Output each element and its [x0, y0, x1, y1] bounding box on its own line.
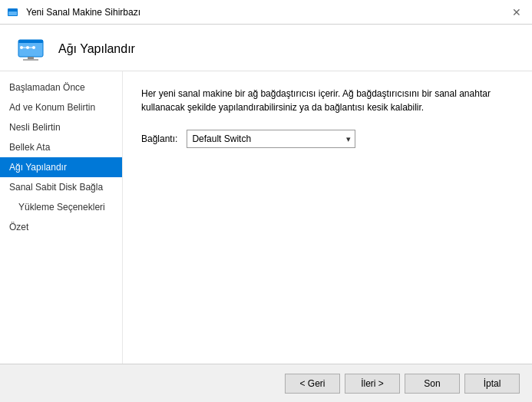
back-button[interactable]: < Geri [285, 374, 340, 394]
main-content-panel: Her yeni sanal makine bir ağ bağdaştırıc… [123, 71, 532, 364]
title-bar: Yeni Sanal Makine Sihirbazı ✕ [0, 0, 532, 25]
close-button[interactable]: ✕ [509, 5, 524, 20]
title-bar-left: Yeni Sanal Makine Sihirbazı [8, 6, 140, 18]
connection-select[interactable]: Default Switch Bağlantı Yok [187, 130, 355, 148]
sidebar-item-baslamadan-once[interactable]: Başlamadan Önce [0, 77, 122, 97]
description-text: Her yeni sanal makine bir ağ bağdaştırıc… [141, 87, 494, 114]
svg-rect-4 [18, 40, 43, 43]
window-icon [8, 6, 20, 18]
title-bar-text: Yeni Sanal Makine Sihirbazı [26, 7, 140, 18]
sidebar-item-ozet[interactable]: Özet [0, 217, 122, 237]
sidebar-item-ad-ve-konum[interactable]: Ad ve Konum Belirtin [0, 97, 122, 117]
page-title: Ağı Yapılandır [58, 42, 135, 56]
content-area: Başlamadan Önce Ad ve Konum Belirtin Nes… [0, 71, 532, 364]
next-button[interactable]: İleri > [345, 374, 400, 394]
network-icon [15, 37, 46, 61]
sidebar: Başlamadan Önce Ad ve Konum Belirtin Nes… [0, 71, 123, 364]
sidebar-item-yukleme[interactable]: Yükleme Seçenekleri [0, 197, 122, 217]
svg-rect-2 [8, 9, 17, 12]
header-section: Ağı Yapılandır [0, 25, 532, 71]
main-container: Ağı Yapılandır Başlamadan Önce Ad ve Kon… [0, 25, 532, 364]
sidebar-item-sanal-disk[interactable]: Sanal Sabit Disk Bağla [0, 177, 122, 197]
connection-field-row: Bağlantı: Default Switch Bağlantı Yok [141, 130, 514, 148]
connection-select-wrapper: Default Switch Bağlantı Yok [187, 130, 355, 148]
connection-label: Bağlantı: [141, 133, 177, 144]
sidebar-item-agi-yaplandir[interactable]: Ağı Yapılandır [0, 157, 122, 177]
footer: < Geri İleri > Son İptal [0, 364, 532, 402]
cancel-button[interactable]: İptal [464, 374, 520, 394]
svg-rect-6 [23, 59, 38, 61]
finish-button[interactable]: Son [405, 374, 460, 394]
sidebar-item-bellek-ata[interactable]: Bellek Ata [0, 137, 122, 157]
sidebar-item-nesli-belirtin[interactable]: Nesli Belirtin [0, 117, 122, 137]
